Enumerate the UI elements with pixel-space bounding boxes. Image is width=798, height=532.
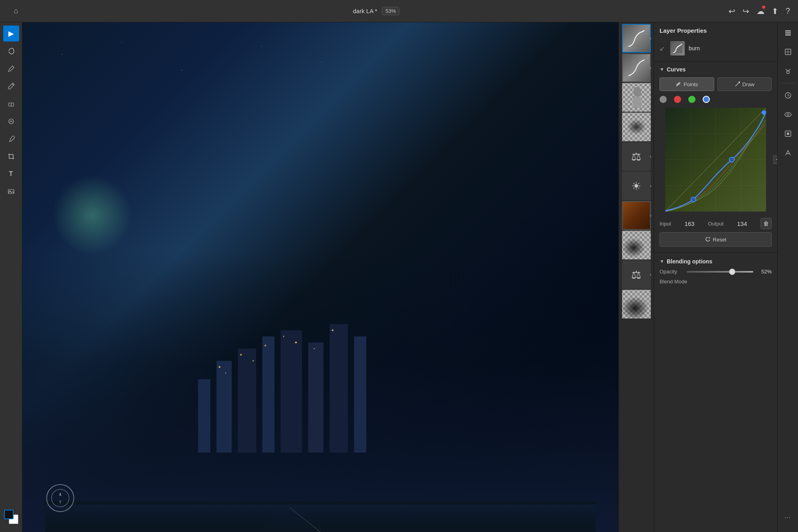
thumb-inner-9: ⚖ [622, 260, 651, 289]
io-row: Input 163 Output 134 🗑 [654, 216, 777, 232]
layer-properties-section: Layer Properties ↙ burn [654, 22, 777, 61]
canvas-area[interactable] [22, 22, 618, 532]
opacity-row: Opacity 52% [654, 269, 777, 279]
thumb-inner-8 [622, 231, 651, 259]
crop-tool[interactable] [3, 148, 19, 164]
svg-rect-7 [216, 361, 231, 453]
thumb-photo-7 [623, 202, 650, 229]
layer-thumbnail-2[interactable]: › [622, 53, 651, 82]
svg-rect-44 [785, 32, 791, 34]
opacity-value[interactable]: 52% [757, 269, 772, 275]
zoom-level[interactable]: 53% [382, 7, 399, 15]
eyedropper-tool[interactable] [3, 131, 19, 147]
graph-expand-button[interactable]: + [773, 155, 777, 164]
blending-title: Blending options [667, 258, 712, 265]
history-panel-button[interactable] [781, 88, 795, 103]
thumb-curves-2 [623, 54, 650, 81]
channel-gray[interactable] [660, 96, 667, 103]
svg-point-17 [253, 360, 254, 361]
layers-panel-button[interactable] [781, 26, 795, 40]
input-label: Input [660, 221, 671, 227]
channel-green[interactable] [688, 96, 695, 103]
channel-red[interactable] [674, 96, 681, 103]
visibility-button[interactable] [781, 107, 795, 122]
layer-thumbnail-1[interactable]: › [622, 24, 651, 53]
foreground-color-swatch[interactable] [4, 510, 14, 519]
panel-title: Layer Properties [660, 27, 707, 34]
smudge-tool[interactable] [3, 113, 19, 129]
thumb-arrow-1: › [650, 36, 652, 41]
svg-point-27 [633, 87, 641, 97]
svg-point-41 [729, 157, 734, 162]
help-button[interactable]: ? [786, 6, 790, 16]
opacity-slider-handle[interactable] [729, 269, 735, 275]
layer-info-row: ↙ burn [654, 39, 777, 61]
color-swatch-stack[interactable] [4, 510, 18, 524]
layer-thumbnail-3[interactable]: › [622, 83, 651, 112]
svg-rect-43 [785, 30, 791, 32]
adjustments-panel-button[interactable] [781, 45, 795, 59]
svg-rect-45 [785, 34, 791, 36]
thumb-curves-1 [623, 25, 650, 52]
blending-collapse-arrow[interactable]: ▼ [660, 259, 664, 264]
svg-point-42 [762, 111, 766, 115]
svg-point-32 [739, 81, 740, 83]
lasso-tool[interactable] [3, 43, 19, 59]
thumbnail-strip: › › › [618, 22, 654, 532]
curves-title: Curves [667, 66, 685, 73]
thumb-arrow-6: › [650, 183, 652, 189]
layer-thumbnail-7[interactable]: › [622, 201, 651, 230]
channel-dots [654, 96, 777, 108]
thumb-inner-3 [622, 83, 651, 112]
layer-thumbnail-5[interactable]: ⚖ › [622, 142, 651, 171]
delete-point-button[interactable]: 🗑 [760, 218, 772, 229]
undo-button[interactable]: ↩ [729, 6, 735, 16]
select-tool[interactable]: ▶ [3, 26, 19, 42]
layer-thumbnail-8[interactable] [622, 231, 651, 259]
svg-point-40 [691, 197, 696, 202]
layer-thumbnail-10[interactable] [622, 290, 651, 318]
pencil-tool[interactable] [3, 78, 19, 94]
cloud-button[interactable]: ☁ [757, 6, 764, 16]
thumb-arrow-7: › [650, 213, 652, 218]
curves-collapse-arrow[interactable]: ▼ [660, 67, 664, 72]
thumb-inner-4 [622, 113, 651, 141]
more-options-button[interactable]: ··· [781, 510, 795, 525]
reset-button[interactable]: Reset [660, 232, 772, 247]
output-value[interactable]: 134 [727, 220, 757, 227]
left-toolbar: ▶ T [0, 22, 22, 532]
home-button[interactable]: ⌂ [8, 3, 24, 19]
thumb-arrow-2: › [650, 65, 652, 71]
svg-rect-24 [45, 504, 595, 532]
channel-blue-active[interactable] [703, 96, 710, 103]
mask-button[interactable] [781, 127, 795, 141]
layer-thumbnail-small [670, 41, 685, 55]
redo-button[interactable]: ↪ [743, 6, 749, 16]
curves-graph-container[interactable]: + [660, 108, 772, 212]
eraser-tool[interactable] [3, 96, 19, 112]
top-bar-center: dark LA * 53% [353, 7, 399, 15]
thumb-scale-5: ⚖ [623, 143, 650, 170]
points-button[interactable]: Points [660, 77, 714, 91]
curves-graph-svg [665, 108, 766, 212]
curves-graph[interactable] [665, 108, 766, 212]
layer-thumbnail-4[interactable] [622, 113, 651, 141]
thumb-inner-1 [622, 24, 651, 53]
svg-rect-12 [330, 324, 348, 453]
layer-thumbnail-6[interactable]: ☀ › [622, 172, 651, 200]
text-tool[interactable]: T [3, 166, 19, 182]
thumb-arrow-3: › [650, 95, 652, 100]
blending-header: ▼ Blending options [654, 253, 777, 269]
filter-panel-button[interactable] [781, 64, 795, 78]
share-button[interactable]: ⬆ [772, 6, 778, 16]
draw-button[interactable]: Draw [717, 77, 772, 91]
more-options-icon: ··· [784, 514, 791, 521]
image-tool[interactable] [3, 184, 19, 200]
input-value[interactable]: 163 [674, 220, 705, 227]
cloud-notification-dot [762, 6, 765, 9]
brush-tool[interactable] [3, 61, 19, 77]
opacity-slider[interactable] [687, 271, 753, 273]
effects-button[interactable] [781, 146, 795, 160]
layer-thumbnail-9[interactable]: ⚖ › [622, 260, 651, 289]
blend-mode-label: Blend Mode [660, 279, 772, 285]
